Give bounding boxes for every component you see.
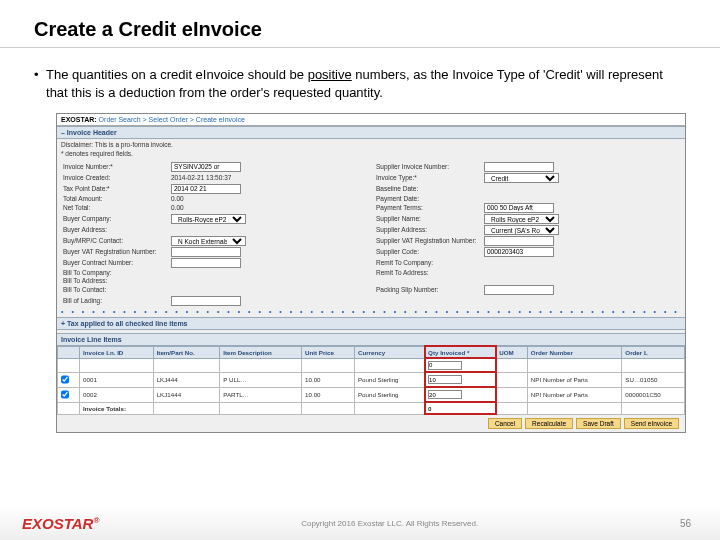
qty-input[interactable] — [428, 375, 462, 384]
col-header: Order Number — [527, 346, 621, 358]
form-field: Invoice Type:*Credit — [376, 173, 679, 183]
field-input[interactable] — [484, 285, 554, 295]
field-label: Tax Point Date:* — [63, 185, 168, 192]
form-grid: Invoice Number:*Supplier Invoice Number:… — [57, 160, 685, 308]
field-label: Bill To Contact: — [63, 286, 168, 293]
form-field: Invoice Created:2014-02-21 13:50:37 — [63, 173, 366, 183]
section-line-items: Invoice Line Items — [57, 333, 685, 346]
qty-filter-input[interactable] — [428, 361, 462, 370]
footer: EXOSTAR® Copyright 2016 Exostar LLC. All… — [0, 506, 720, 540]
field-label: Supplier Code: — [376, 248, 481, 255]
form-field: Supplier Address:Current (SA's Royce eP2… — [376, 225, 679, 235]
form-field: Net Total:0.00 — [63, 203, 366, 213]
col-header — [58, 346, 80, 358]
field-label: Payment Terms: — [376, 204, 481, 211]
field-select[interactable]: Rolls-Royce eP2 — [171, 214, 246, 224]
field-value: 0.00 — [171, 204, 184, 211]
field-input[interactable] — [171, 162, 241, 172]
field-label: Packing Slip Number: — [376, 286, 481, 293]
field-label: Net Total: — [63, 204, 168, 211]
breadcrumb: EXOSTAR: Order Search > Select Order > C… — [57, 114, 685, 126]
col-header: Item Description — [220, 346, 302, 358]
field-input[interactable] — [171, 184, 241, 194]
bullet-text: The quantities on a credit eInvoice shou… — [46, 66, 686, 101]
field-label: Supplier Name: — [376, 215, 481, 222]
app-screenshot: EXOSTAR: Order Search > Select Order > C… — [56, 113, 686, 433]
form-field — [376, 277, 679, 284]
row-checkbox[interactable] — [61, 375, 69, 384]
form-field: Buyer Address: — [63, 225, 366, 235]
breadcrumb-path[interactable]: Order Search > Select Order > Create eIn… — [99, 116, 245, 123]
form-field: Bill To Contact: — [63, 285, 366, 295]
field-value: 0.00 — [171, 195, 184, 202]
field-label: Remit To Company: — [376, 259, 481, 266]
section-invoice-header[interactable]: – Invoice Header — [57, 126, 685, 139]
bullet-paragraph: • The quantities on a credit eInvoice sh… — [0, 48, 720, 109]
col-header: Order L — [622, 346, 685, 358]
filter-row — [58, 358, 685, 372]
form-field: Packing Slip Number: — [376, 285, 679, 295]
field-label: Supplier Invoice Number: — [376, 163, 481, 170]
table-row: 0001LKJ444P ULL…10.00Pound SterlingNPI N… — [58, 372, 685, 387]
section-tax[interactable]: + Tax applied to all checked line items — [57, 317, 685, 330]
field-input[interactable] — [171, 247, 241, 257]
field-select[interactable]: Credit — [484, 173, 559, 183]
form-field: Supplier VAT Registration Number: — [376, 236, 679, 246]
disclaimer: Disclaimer: This is a pro-forma invoice.… — [57, 139, 685, 160]
field-label: Buy/MRP/C Contact: — [63, 237, 168, 244]
line-items-table: Invoice Ln. IDItem/Part No.Item Descript… — [57, 346, 685, 415]
form-field: Buyer Company:Rolls-Royce eP2 — [63, 214, 366, 224]
field-input[interactable] — [484, 203, 554, 213]
form-field: Remit To Address: — [376, 269, 679, 276]
form-field: Bill of Lading: — [63, 296, 366, 306]
form-field: Tax Point Date:* — [63, 184, 366, 194]
col-header: Invoice Ln. ID — [80, 346, 154, 358]
form-field: Invoice Number:* — [63, 162, 366, 172]
send-einvoice-button[interactable]: Send eInvoice — [624, 418, 679, 429]
row-checkbox[interactable] — [61, 390, 69, 399]
save-draft-button[interactable]: Save Draft — [576, 418, 621, 429]
field-label: Bill To Company: — [63, 269, 168, 276]
field-label: Payment Date: — [376, 195, 481, 202]
form-field: Bill To Company: — [63, 269, 366, 276]
copyright: Copyright 2016 Exostar LLC. All Rights R… — [99, 519, 680, 528]
field-label: Buyer Address: — [63, 226, 168, 233]
bullet-marker: • — [34, 66, 46, 101]
col-header: Currency — [354, 346, 424, 358]
form-field: Supplier Name:Rolls Royce eP2 te — [376, 214, 679, 224]
field-label: Bill of Lading: — [63, 297, 168, 304]
table-row: 0002LKJ1444PARTL…10.00Pound SterlingNPI … — [58, 387, 685, 402]
field-label: Supplier VAT Registration Number: — [376, 237, 481, 244]
exostar-logo: EXOSTAR® — [0, 515, 99, 532]
field-input[interactable] — [484, 162, 554, 172]
cancel-button[interactable]: Cancel — [488, 418, 522, 429]
form-field: Baseline Date: — [376, 184, 679, 194]
form-field: Buy/MRP/C Contact:N Koch Externals — [63, 236, 366, 246]
field-label: Invoice Created: — [63, 174, 168, 181]
totals-row: Invoice Totals:0 — [58, 402, 685, 414]
field-select[interactable]: N Koch Externals — [171, 236, 246, 246]
field-select[interactable]: Rolls Royce eP2 te — [484, 214, 559, 224]
field-label: Bill To Address: — [63, 277, 168, 284]
dots-row: • • • • • • • • • • • • • • • • • • • • … — [57, 308, 685, 317]
form-field: Total Amount:0.00 — [63, 195, 366, 202]
field-input[interactable] — [484, 247, 554, 257]
field-select[interactable]: Current (SA's Royce eP2 test vendor) — [484, 225, 559, 235]
form-field — [376, 296, 679, 306]
form-field: Buyer Contract Number: — [63, 258, 366, 268]
field-label: Buyer Company: — [63, 215, 168, 222]
qty-input[interactable] — [428, 390, 462, 399]
form-field: Payment Date: — [376, 195, 679, 202]
form-field: Remit To Company: — [376, 258, 679, 268]
field-input[interactable] — [484, 236, 554, 246]
recalculate-button[interactable]: Recalculate — [525, 418, 573, 429]
form-field: Payment Terms: — [376, 203, 679, 213]
field-label: Invoice Type:* — [376, 174, 481, 181]
field-label: Remit To Address: — [376, 269, 481, 276]
col-header: Unit Price — [302, 346, 355, 358]
field-input[interactable] — [171, 258, 241, 268]
field-label: Total Amount: — [63, 195, 168, 202]
field-value: 2014-02-21 13:50:37 — [171, 174, 231, 181]
field-label: Baseline Date: — [376, 185, 481, 192]
field-input[interactable] — [171, 296, 241, 306]
